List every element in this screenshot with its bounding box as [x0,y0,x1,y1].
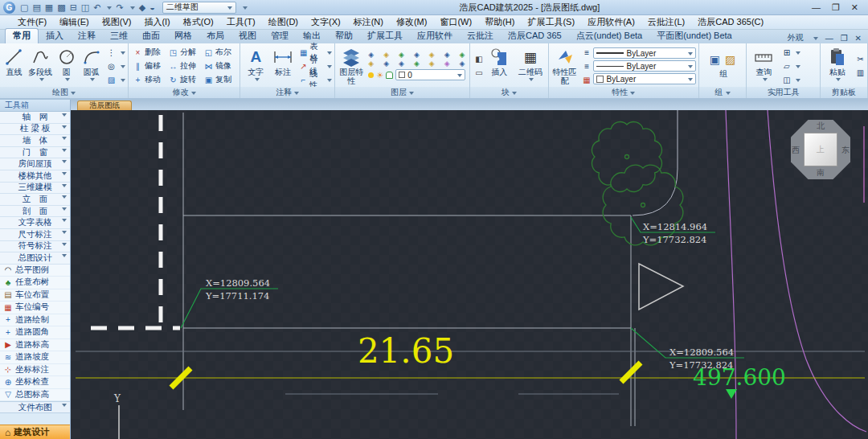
menu-item[interactable]: 修改(M) [390,16,434,28]
qr-code-button[interactable]: ▦ 二维码 [515,45,545,87]
layer-on-icon[interactable] [368,72,374,78]
menu-item[interactable]: 格式(O) [177,16,220,28]
layer-tool-icon[interactable]: ◈ [383,51,389,59]
menu-item[interactable]: 插入(I) [137,16,176,28]
cut-button[interactable]: ✂ [854,53,865,65]
qat-customize-icon[interactable] [243,6,248,12]
toolbox-tool[interactable]: ▽总图标高 [0,389,70,402]
layer-tool-icon[interactable]: ◈ [368,51,374,59]
ribbon-tab[interactable]: 平面图(undet) Beta [649,29,739,43]
toolbox-tool[interactable]: ♣任意布树 [0,277,70,289]
group-button[interactable]: 组 [718,68,728,80]
panel-label-properties[interactable]: 特性 [549,87,698,98]
hatch-button[interactable]: ▨ [104,74,125,86]
modify-tool-button[interactable]: +移动 [131,73,166,87]
close-button[interactable]: ✕ [851,2,858,13]
toolbox-section[interactable]: 符号标注 [0,241,70,253]
linetype-button[interactable]: ≡ [580,60,592,72]
toolbox-section[interactable]: 尺寸标注 [0,229,70,241]
menu-item[interactable]: 扩展工具(S) [521,16,581,28]
toolbox-tool[interactable]: ⊕坐标检查 [0,376,70,389]
panel-label-utilities[interactable]: 实用工具 [747,87,820,98]
polyline-button[interactable]: 多段线 [27,45,53,87]
toolbox-section-file-layout[interactable]: 文件布图 [0,401,70,413]
toolbox-section[interactable]: 立 面 [0,194,70,206]
panel-label-clipboard[interactable]: 剪贴板 [821,87,867,98]
arc-button[interactable]: 圆弧 [80,45,103,87]
color-dropdown[interactable]: ByLayer [593,73,696,84]
ribbon-tab[interactable]: 网格 [167,29,199,43]
modify-tool-button[interactable]: ◱布尔 [202,46,237,59]
modify-tool-button[interactable]: ∥偏移 [131,59,166,73]
layer-dropdown[interactable]: 0 [395,69,465,80]
toolbox-tool[interactable]: ◠总平图例 [0,265,70,277]
layer-tool-icon[interactable]: ◈ [429,60,435,68]
layer-properties-button[interactable]: 图层特性 [338,45,365,87]
color-grid-button[interactable]: ▦ [580,74,592,86]
toolbox-tool[interactable]: ▤车位布置 [0,289,70,302]
panel-label-annotate[interactable]: 注释 [240,87,334,98]
measure-button[interactable]: 查询 [749,45,778,87]
lineweight-button[interactable]: ≡ [580,47,592,59]
copy-clip-button[interactable]: ▥ [854,67,865,79]
menu-item[interactable]: 云批注(L) [641,16,691,28]
paste-button[interactable]: 粘贴 [823,45,852,87]
minimize-button[interactable]: — [812,2,821,13]
layer-tool-icon[interactable]: ◈ [383,60,389,68]
layer-tool-icon[interactable]: ◈ [399,51,404,59]
menu-item[interactable]: 绘图(D) [262,16,305,28]
layer-tool-icon[interactable]: ◈ [444,60,450,68]
modify-tool-button[interactable]: ⋈镜像 [202,59,237,73]
ribbon-tab[interactable]: 曲面 [135,29,167,43]
ribbon-restore-button[interactable]: ❐ [841,34,848,43]
toolbox-section[interactable]: 门 窗 [0,147,70,159]
point-style-button[interactable]: ⋮ [104,47,125,59]
ribbon-tab[interactable]: 常用 [5,28,39,43]
menu-item[interactable]: 视图(V) [96,16,138,28]
drawing-canvas[interactable]: 21.65 497.600 X=12814.964 Y=17732.824 X=… [71,110,868,439]
ribbon-close-button[interactable]: ✕ [855,34,862,43]
chevron-down-icon[interactable] [107,6,112,12]
toolbox-tool[interactable]: ▦车位编号 [0,302,70,314]
toolbox-tool[interactable]: ⊹坐标标注 [0,364,70,377]
layer-tool-icon[interactable]: ◈ [444,51,450,59]
compass-south[interactable]: 南 [791,167,850,178]
maximize-button[interactable]: ❐ [832,2,840,13]
ribbon-tab[interactable]: 帮助 [328,29,360,43]
toolbox-section[interactable]: 轴 网 [0,112,70,124]
menu-item[interactable]: 文件(F) [11,16,53,28]
toolbox-tool[interactable]: +道路圆角 [0,326,70,339]
modify-tool-button[interactable]: ↻旋转 [166,73,202,87]
plot-icon[interactable]: ⊟ [70,2,77,14]
save-icon[interactable]: ▦ [45,2,53,14]
layer-tool-icon[interactable]: ◈ [429,51,435,59]
edit-block-button[interactable]: ▭ [473,67,484,79]
modify-tool-button[interactable]: ×删除 [131,46,166,59]
toolbox-section[interactable]: 楼梯其他 [0,170,70,183]
ribbon-tab[interactable]: 插入 [39,29,71,43]
layer-lock-icon[interactable] [386,72,393,79]
layer-tool-icon[interactable]: ◈ [460,60,465,68]
ungroup-icon[interactable]: ▨ [725,53,735,66]
layer-freeze-icon[interactable]: ☀ [376,71,383,80]
calculator-button[interactable]: ▱ [780,60,800,72]
document-tab[interactable]: 浩辰图纸 [77,101,132,110]
comment-icon[interactable]: ◒ [149,2,155,14]
toolbox-section[interactable]: 墙 体 [0,135,70,147]
open-folder-icon[interactable]: ▤ [32,2,40,14]
menu-item[interactable]: 文字(X) [305,16,347,28]
id-point-button[interactable]: ⊞ [780,47,800,59]
menu-item[interactable]: 浩辰CAD 365(C) [691,16,770,28]
menu-item[interactable]: 工具(T) [220,16,262,28]
toolbox-section[interactable]: 文字表格 [0,217,70,229]
new-file-icon[interactable]: ▢ [20,2,28,14]
toolbox-tool[interactable]: ▶道路标高 [0,339,70,352]
panel-label-group[interactable]: 组 [699,87,747,98]
panel-label-block[interactable]: 块 [470,87,548,98]
toolbox-section[interactable]: 剖 面 [0,206,70,218]
modify-tool-button[interactable]: ↔拉伸 [166,59,202,73]
modify-tool-button[interactable]: ◳分解 [166,46,202,59]
toolbox-section[interactable]: 房间屋顶 [0,158,70,170]
toolbox-section[interactable]: 柱 梁 板 [0,124,70,136]
workspace-dropdown[interactable]: 二维草图 [162,2,236,14]
